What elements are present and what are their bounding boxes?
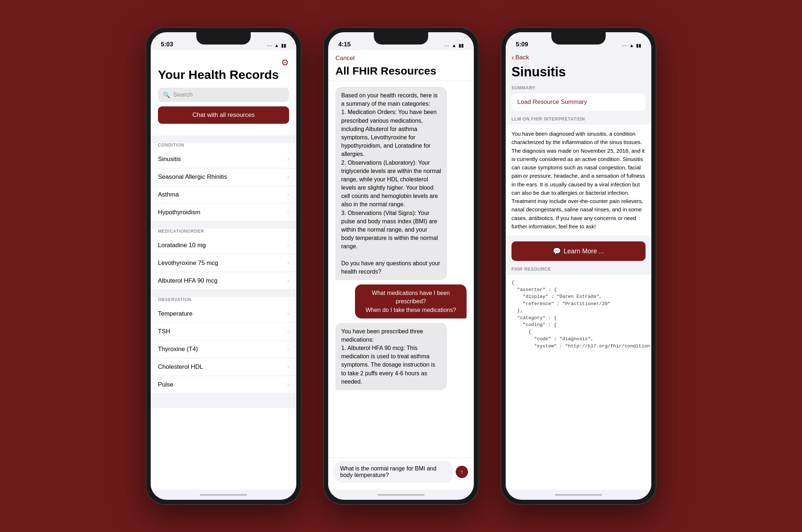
- chat-title: All FHIR Resources: [335, 65, 467, 77]
- observation-section-header: OBSERVATION: [151, 297, 296, 305]
- send-button[interactable]: ↑: [456, 466, 468, 478]
- status-time-1: 5:03: [161, 41, 173, 48]
- back-button[interactable]: ‹ Back: [511, 53, 646, 62]
- detail-screen: ‹ Back Sinusitis SUMMARY Load Resource S…: [506, 50, 651, 490]
- chat-screen: Cancel All FHIR Resources Based on your …: [328, 50, 474, 490]
- load-resource-button[interactable]: Load Resource Summary: [517, 98, 640, 106]
- observation-list: Temperature › TSH › Thyroxine (T4) › Cho…: [151, 305, 296, 393]
- chevron-icon: ›: [287, 242, 289, 249]
- wifi-icon: ▲: [629, 43, 634, 48]
- chat-input[interactable]: What is the normal range for BMI and bod…: [334, 461, 452, 482]
- hr-header: ⚙ Your Health Records 🔍 Search Chat with…: [151, 50, 296, 135]
- llm-section-label: LLM ON FHIR INTERPRETATION: [506, 117, 651, 124]
- chevron-icon: ›: [287, 311, 289, 317]
- spacer: [151, 221, 296, 229]
- search-icon: 🔍: [163, 92, 170, 98]
- list-item[interactable]: TSH ›: [151, 323, 296, 341]
- chat-messages: Based on your health records, here is a …: [328, 81, 474, 457]
- status-time-2: 4:15: [338, 41, 351, 48]
- chevron-icon: ›: [287, 346, 289, 352]
- phone-1: 5:03 ···· ▲ ▮▮ ⚙ Your Health Records 🔍 S…: [146, 27, 301, 505]
- list-item[interactable]: Hypothyroidism ›: [151, 204, 296, 221]
- med-levothyroxine: Levothyroxine 75 mcg: [158, 259, 218, 267]
- search-bar[interactable]: 🔍 Search: [158, 88, 289, 102]
- phone-3: 5:09 ···· ▲ ▮▮ ‹ Back Sinusitis SUMMARY …: [501, 27, 656, 505]
- chat-all-resources-button[interactable]: Chat with all resources: [158, 106, 289, 124]
- battery-icon: ▮▮: [459, 43, 464, 48]
- list-item[interactable]: Temperature ›: [151, 305, 296, 323]
- signal-icon: ····: [267, 43, 272, 48]
- learn-more-button[interactable]: 💬 Learn More ...: [511, 241, 646, 261]
- ai-message-2: You have been prescribed three medicatio…: [335, 323, 447, 390]
- summary-section-label: SUMMARY: [506, 85, 651, 93]
- chevron-icon: ›: [287, 209, 289, 216]
- list-item[interactable]: Seasonal Allergic Rhinitis ›: [151, 168, 296, 186]
- detail-nav: ‹ Back: [506, 50, 651, 63]
- chevron-icon: ›: [287, 381, 289, 388]
- obs-temperature: Temperature: [158, 310, 192, 317]
- obs-tsh: TSH: [158, 328, 170, 335]
- cancel-button[interactable]: Cancel: [335, 55, 467, 62]
- chevron-icon: ›: [287, 156, 289, 162]
- list-item[interactable]: Levothyroxine 75 mcg ›: [151, 254, 296, 272]
- list-item[interactable]: Sinusitis ›: [151, 151, 296, 168]
- battery-icon: ▮▮: [636, 43, 641, 48]
- list-item[interactable]: Albuterol HFA 90 mcg ›: [151, 272, 296, 290]
- notch-3: [551, 32, 606, 45]
- llm-body-text: You have been diagnosed with sinusitis, …: [511, 130, 646, 231]
- notch-1: [196, 32, 251, 45]
- fhir-code-block: { "asserter" : { "display" : "Daren Estr…: [506, 275, 651, 490]
- spacer: [151, 135, 296, 143]
- status-icons-1: ···· ▲ ▮▮: [267, 43, 286, 48]
- status-icons-3: ···· ▲ ▮▮: [622, 43, 641, 48]
- phone-2: 4:15 ···· ▲ ▮▮ Cancel All FHIR Resources…: [323, 27, 479, 505]
- battery-icon: ▮▮: [281, 43, 286, 48]
- condition-section-header: CONDITION: [151, 143, 296, 151]
- chat-header: Cancel All FHIR Resources: [328, 50, 474, 81]
- page-title: Your Health Records: [158, 68, 289, 82]
- chevron-icon: ›: [287, 174, 289, 180]
- wifi-icon: ▲: [452, 43, 456, 48]
- health-records-screen: ⚙ Your Health Records 🔍 Search Chat with…: [151, 50, 296, 490]
- list-item[interactable]: Loratadine 10 mg ›: [151, 237, 296, 254]
- llm-interpretation-card: You have been diagnosed with sinusitis, …: [506, 124, 651, 236]
- user-message-1: What medications have I been prescribed?…: [355, 284, 467, 318]
- chat-icon: 💬: [553, 247, 561, 255]
- chevron-icon: ›: [287, 364, 289, 370]
- list-item[interactable]: Pulse ›: [151, 376, 296, 393]
- spacer: [151, 290, 296, 297]
- settings-icon[interactable]: ⚙: [281, 58, 289, 68]
- condition-rhinitis: Seasonal Allergic Rhinitis: [158, 173, 227, 181]
- status-icons-2: ···· ▲ ▮▮: [444, 43, 464, 48]
- home-indicator-2: [328, 490, 474, 500]
- condition-asthma: Asthma: [158, 191, 179, 198]
- signal-icon: ····: [444, 43, 450, 48]
- signal-icon: ····: [622, 43, 627, 48]
- notch-2: [374, 32, 428, 45]
- home-indicator-3: [506, 490, 651, 500]
- list-item[interactable]: Cholesterol HDL ›: [151, 358, 296, 376]
- list-item[interactable]: Thyroxine (T4) ›: [151, 341, 296, 358]
- ai-message-1: Based on your health records, here is a …: [335, 87, 447, 280]
- medication-section-header: MEDICATIONORDER: [151, 229, 296, 237]
- list-item[interactable]: Asthma ›: [151, 186, 296, 204]
- spacer: [151, 393, 296, 408]
- home-indicator-1: [151, 490, 296, 500]
- chevron-icon: ›: [287, 260, 289, 266]
- med-albuterol: Albuterol HFA 90 mcg: [158, 277, 217, 284]
- med-loratadine: Loratadine 10 mg: [158, 242, 206, 249]
- obs-pulse: Pulse: [158, 381, 174, 388]
- condition-hypothyroidism: Hypothyroidism: [158, 209, 200, 216]
- search-input[interactable]: Search: [173, 91, 193, 98]
- fhir-section-label: FHIR RESOURCE: [506, 267, 651, 275]
- back-label: Back: [515, 54, 529, 61]
- chevron-icon: ›: [287, 328, 289, 335]
- condition-sinusitis: Sinusitis: [158, 156, 181, 163]
- condition-list: Sinusitis › Seasonal Allergic Rhinitis ›…: [151, 151, 296, 221]
- chevron-icon: ›: [287, 278, 289, 284]
- chat-input-row: What is the normal range for BMI and bod…: [328, 457, 474, 490]
- obs-cholesterol: Cholesterol HDL: [158, 363, 203, 371]
- detail-title: Sinusitis: [506, 63, 651, 85]
- summary-card: Load Resource Summary: [511, 93, 646, 111]
- obs-thyroxine: Thyroxine (T4): [158, 346, 198, 353]
